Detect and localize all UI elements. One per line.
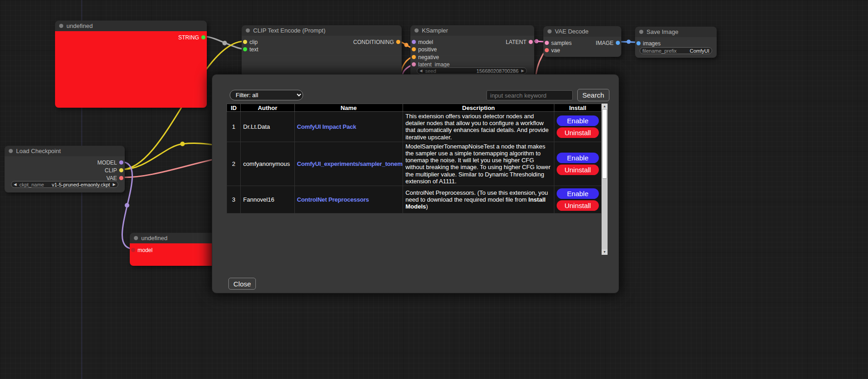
decrement-icon[interactable]: ◀ [420, 69, 422, 73]
input-dot-icon[interactable] [243, 47, 247, 51]
seed-widget[interactable]: ◀ seed 156680208700286 ▶ [417, 67, 527, 74]
node-save-image[interactable]: Save Image images filename_prefix ComfyU… [635, 27, 717, 58]
output-slot-model[interactable]: MODEL [97, 159, 123, 165]
node-title: Save Image [647, 28, 678, 35]
node-vae-decode[interactable]: VAE Decode samples vae IMAGE [543, 26, 621, 57]
collapse-dot-icon[interactable] [415, 28, 419, 33]
node-title-bar[interactable]: VAE Decode [543, 26, 621, 37]
node-title-bar[interactable]: Load Checkpoint [5, 146, 125, 156]
input-dot-icon[interactable] [412, 62, 416, 66]
node-load-checkpoint[interactable]: Load Checkpoint MODEL CLIP VAE ◀ ckpt_na… [5, 146, 125, 192]
node-undefined-top[interactable]: undefined STRING [55, 21, 207, 108]
input-dot-icon[interactable] [243, 40, 247, 44]
input-dot-icon[interactable] [131, 248, 135, 252]
input-slot-vae[interactable]: vae [545, 47, 560, 53]
input-dot-icon[interactable] [636, 41, 641, 45]
collapse-dot-icon[interactable] [59, 24, 63, 28]
collapse-dot-icon[interactable] [9, 149, 13, 153]
output-slot-vae[interactable]: VAE [106, 175, 123, 181]
input-slot-latent-image[interactable]: latent_image [412, 61, 450, 67]
widget-label: filename_prefix [642, 48, 677, 54]
node-title-bar[interactable]: undefined [55, 21, 207, 31]
output-dot-icon[interactable] [396, 40, 400, 44]
node-title: VAE Decode [555, 28, 588, 35]
output-slot-latent[interactable]: LATENT [506, 39, 533, 45]
collapse-dot-icon[interactable] [639, 30, 643, 34]
node-title-bar[interactable]: undefined [130, 233, 217, 243]
search-button[interactable]: Search [577, 89, 609, 101]
previous-icon[interactable]: ◀ [14, 182, 17, 187]
node-title: CLIP Text Encode (Prompt) [253, 27, 326, 34]
input-slot-model[interactable]: model [412, 39, 433, 45]
input-dot-icon[interactable] [412, 40, 416, 44]
increment-icon[interactable]: ▶ [521, 69, 524, 73]
output-slot-image[interactable]: IMAGE [596, 40, 620, 46]
node-body[interactable]: model [130, 243, 217, 266]
input-dot-icon[interactable] [412, 55, 416, 59]
extension-link[interactable]: ControlNet Preprocessors [297, 196, 369, 203]
node-graph-canvas[interactable]: undefined STRING CLIP Text Encode (Promp… [0, 0, 868, 379]
slot-label: vae [551, 47, 560, 54]
output-dot-icon[interactable] [616, 41, 620, 45]
enable-button[interactable]: Enable [557, 115, 599, 126]
node-body[interactable]: MODEL CLIP VAE ◀ ckpt_name v1-5-pruned-e… [5, 156, 125, 192]
input-slot-images[interactable]: images [636, 40, 661, 46]
enable-button[interactable]: Enable [557, 188, 599, 199]
collapse-dot-icon[interactable] [547, 29, 552, 33]
output-slot-string[interactable]: STRING [178, 34, 205, 40]
cell-name: ComfyUI_experiments/sampler_tonemap [294, 142, 403, 186]
input-slot-text[interactable]: text [243, 46, 258, 52]
node-title-bar[interactable]: Save Image [635, 27, 717, 37]
cell-description: ControlNet Preprocessors. (To use this e… [403, 186, 554, 214]
ckpt-name-widget[interactable]: ◀ ckpt_name v1-5-pruned-emaonly.ckpt ▶ [11, 181, 118, 188]
filter-select[interactable]: Filter: all [230, 90, 303, 100]
input-slot-samples[interactable]: samples [545, 40, 572, 46]
slot-label: text [249, 46, 258, 53]
header-id: ID [227, 104, 241, 112]
input-dot-icon[interactable] [545, 48, 549, 52]
extension-link[interactable]: ComfyUI Impact Pack [297, 123, 356, 130]
widget-label: ckpt_name [19, 182, 44, 187]
node-title-bar[interactable]: CLIP Text Encode (Prompt) [242, 25, 402, 36]
node-undefined-bottom[interactable]: undefined model [130, 233, 217, 266]
output-dot-icon[interactable] [119, 168, 123, 172]
output-dot-icon[interactable] [201, 35, 205, 39]
scroll-up-icon[interactable]: ▲ [602, 104, 608, 109]
output-slot-clip[interactable]: CLIP [105, 167, 123, 173]
node-body[interactable]: STRING [55, 31, 207, 108]
close-button[interactable]: Close [228, 278, 256, 290]
next-icon[interactable]: ▶ [113, 182, 116, 187]
output-dot-icon[interactable] [529, 40, 533, 44]
header-author: Author [241, 104, 294, 112]
node-body[interactable]: samples vae IMAGE [543, 37, 621, 57]
input-slot-negative[interactable]: negative [412, 54, 439, 60]
output-dot-icon[interactable] [119, 160, 123, 165]
node-title-bar[interactable]: KSampler [410, 25, 534, 36]
filename-prefix-widget[interactable]: filename_prefix ComfyUI [640, 47, 712, 54]
input-slot-positive[interactable]: positive [412, 46, 437, 52]
slot-label: CONDITIONING [353, 39, 394, 45]
scroll-down-icon[interactable]: ▼ [602, 249, 608, 255]
collapse-dot-icon[interactable] [134, 236, 138, 240]
input-slot-clip[interactable]: clip [243, 39, 258, 45]
output-dot-icon[interactable] [119, 176, 123, 180]
input-dot-icon[interactable] [545, 41, 549, 45]
enable-button[interactable]: Enable [557, 153, 599, 163]
node-body[interactable]: images filename_prefix ComfyUI [635, 37, 717, 58]
wire-dot [222, 41, 227, 45]
output-slot-conditioning[interactable]: CONDITIONING [353, 39, 400, 45]
input-slot-model[interactable]: model [131, 247, 153, 253]
search-input[interactable] [487, 90, 573, 100]
collapse-dot-icon[interactable] [246, 28, 250, 33]
wire-vae-left [121, 158, 220, 177]
scrollbar-thumb[interactable] [602, 109, 607, 179]
uninstall-button[interactable]: Uninstall [557, 165, 599, 175]
uninstall-button[interactable]: Uninstall [557, 200, 599, 211]
input-dot-icon[interactable] [412, 47, 416, 51]
widget-value: v1-5-pruned-emaonly.ckpt [52, 182, 110, 187]
slot-label: LATENT [506, 39, 526, 45]
extension-link[interactable]: ComfyUI_experiments/sampler_tonemap [297, 160, 403, 167]
scrollbar[interactable]: ▲ ▼ [602, 104, 608, 255]
uninstall-button[interactable]: Uninstall [557, 127, 599, 138]
wire-dot [125, 203, 129, 208]
